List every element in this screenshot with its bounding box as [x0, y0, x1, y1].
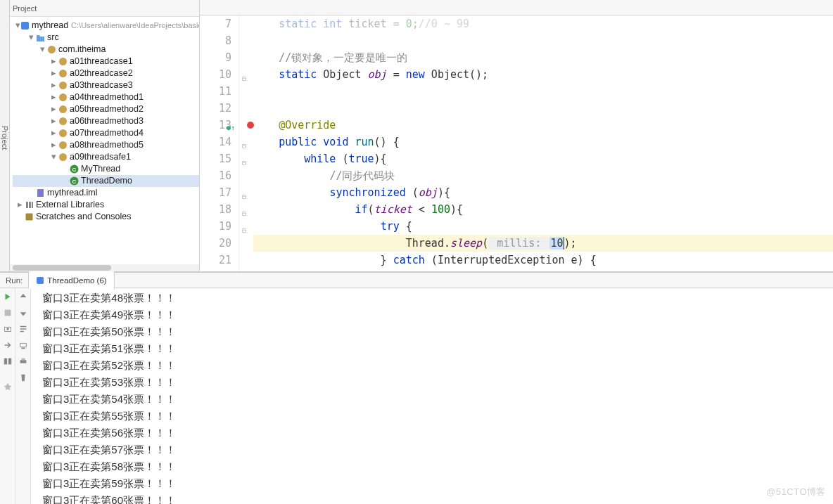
tree-label: mythread [32, 20, 68, 32]
tree-label: com.itheima [58, 44, 106, 56]
run-tools-left [0, 288, 15, 504]
tree-label: src [47, 32, 59, 44]
tree-arrow[interactable]: ▸ [49, 67, 58, 79]
tree-mythread[interactable]: ▾mythreadC:\Users\alienware\IdeaProjects… [13, 20, 199, 32]
tree-label: mythread.iml [47, 187, 98, 199]
svg-point-1 [48, 46, 56, 53]
console-output[interactable]: 窗口3正在卖第48张票！！！窗口3正在卖第49张票！！！窗口3正在卖第50张票！… [31, 288, 833, 504]
exit-button[interactable] [2, 340, 13, 351]
tree-a02threadcase2[interactable]: ▸a02threadcase2 [13, 67, 199, 79]
run-tab[interactable]: ThreadDemo (6) [28, 271, 114, 290]
run-panel: Run: ThreadDemo (6) [0, 272, 833, 504]
tree-a06threadmethod3[interactable]: ▸a06threadmethod3 [13, 115, 199, 127]
tree-arrow[interactable]: ▸ [49, 103, 58, 115]
run-header: Run: ThreadDemo (6) [0, 273, 833, 288]
project-side-tab[interactable]: Project [0, 0, 10, 271]
code-line-21[interactable]: } catch (InterruptedException e) { [253, 252, 833, 269]
tree-a04threadmethod1[interactable]: ▸a04threadmethod1 [13, 91, 199, 103]
tree-arrow[interactable]: ▸ [49, 139, 58, 151]
tree-arrow[interactable]: ▸ [49, 79, 58, 91]
up-button[interactable] [18, 291, 29, 302]
fold-toggle [239, 32, 249, 49]
tree-arrow[interactable]: ▾ [49, 151, 58, 163]
code-content[interactable]: static int ticket = 0;//0 ~ 99 //锁对象，一定要… [249, 15, 833, 271]
tree-a08threadmethod5[interactable]: ▸a08threadmethod5 [13, 139, 199, 151]
tree-external-libraries[interactable]: ▸External Libraries [13, 199, 199, 211]
code-line-20[interactable]: Thread.sleep( millis: 10); [253, 235, 833, 252]
scroll-end-button[interactable] [18, 340, 29, 351]
pkg-icon [58, 117, 68, 127]
tree-label: a02threadcase2 [70, 67, 133, 79]
print-button[interactable] [18, 356, 29, 367]
tree-arrow[interactable]: ▾ [15, 20, 20, 32]
pkg-icon [58, 153, 68, 162]
code-line-13[interactable]: @Override [253, 117, 833, 134]
project-panel: Project ▾mythreadC:\Users\alienware\Idea… [10, 0, 200, 271]
console-line: 窗口3正在卖第50张票！！！ [42, 323, 833, 340]
svg-rect-21 [8, 358, 11, 365]
svg-point-19 [6, 328, 9, 330]
tree-threaddemo[interactable]: CThreadDemo [13, 175, 199, 187]
tree-label: a04threadmethod1 [70, 91, 144, 103]
rerun-button[interactable] [2, 291, 13, 302]
code-line-19[interactable]: try { [253, 218, 833, 235]
code-line-10[interactable]: static Object obj = new Object(); [253, 66, 833, 83]
dump-button[interactable] [2, 323, 13, 335]
code-line-15[interactable]: while (true){ [253, 150, 833, 167]
soft-wrap-button[interactable] [18, 323, 29, 335]
tree-a09threadsafe1[interactable]: ▾a09threadsafe1 [13, 151, 199, 163]
fold-toggle[interactable]: ⊟ [239, 134, 249, 150]
fold-toggle[interactable]: ⊟ [239, 66, 249, 83]
klass-icon: C [69, 176, 79, 186]
code-line-12[interactable] [253, 100, 833, 117]
line-gutter[interactable]: 78910111213●↑141516171819202122 [200, 15, 239, 271]
lib-icon [24, 200, 34, 210]
console-line: 窗口3正在卖第55张票！！！ [42, 408, 833, 425]
svg-rect-23 [21, 358, 25, 361]
svg-point-3 [59, 70, 67, 77]
tree-arrow[interactable]: ▸ [49, 91, 58, 103]
tree-arrow[interactable]: ▾ [27, 32, 35, 44]
fold-column[interactable]: ⊟⊟⊟⊟⊟⊟ [239, 15, 249, 271]
tree-com-itheima[interactable]: ▾com.itheima [13, 44, 199, 56]
tree-arrow[interactable]: ▸ [49, 56, 58, 67]
layout-button[interactable] [2, 356, 13, 367]
console-line: 窗口3正在卖第53张票！！！ [42, 374, 833, 391]
code-line-22[interactable]: e.printStackTrace(); [253, 269, 833, 271]
code-line-11[interactable] [253, 83, 833, 100]
tree-a03threadcase3[interactable]: ▸a03threadcase3 [13, 79, 199, 91]
tree-arrow[interactable]: ▸ [49, 127, 58, 139]
pin-button[interactable] [2, 381, 13, 392]
tree-a05threadmethod2[interactable]: ▸a05threadmethod2 [13, 103, 199, 115]
clear-button[interactable] [18, 372, 29, 383]
tree-scratches-and-consoles[interactable]: Scratches and Consoles [13, 211, 199, 223]
project-tree[interactable]: ▾mythreadC:\Users\alienware\IdeaProjects… [10, 17, 199, 223]
pkg-icon [58, 105, 68, 115]
editor-tabs[interactable]: x [200, 0, 833, 15]
run-tools-right [15, 288, 31, 504]
svg-rect-16 [37, 277, 44, 284]
tree-arrow[interactable]: ▸ [15, 199, 24, 211]
code-line-14[interactable]: public void run() { [253, 134, 833, 150]
tree-mythread-iml[interactable]: mythread.iml [13, 187, 199, 199]
tree-src[interactable]: ▾src [13, 32, 199, 44]
tree-mythread[interactable]: CMyThread [13, 163, 199, 175]
pkg-icon [58, 57, 68, 67]
tree-label: a07threadmethod4 [70, 127, 144, 139]
fold-toggle[interactable]: ⊟ [239, 184, 249, 201]
project-hscrollbar[interactable] [10, 264, 199, 271]
code-line-16[interactable]: //同步代码块 [253, 167, 833, 184]
code-line-18[interactable]: if(ticket < 100){ [253, 201, 833, 218]
code-line-9[interactable]: //锁对象，一定要是唯一的 [253, 49, 833, 66]
tree-a01threadcase1[interactable]: ▸a01threadcase1 [13, 56, 199, 67]
code-line-17[interactable]: synchronized (obj){ [253, 184, 833, 201]
code-line-7[interactable]: static int ticket = 0;//0 ~ 99 [253, 15, 833, 32]
stop-button[interactable] [2, 307, 13, 318]
code-line-8[interactable] [253, 32, 833, 49]
tree-label: External Libraries [36, 199, 104, 211]
tree-arrow[interactable]: ▸ [49, 115, 58, 127]
tree-arrow[interactable]: ▾ [38, 44, 46, 56]
run-label: Run: [0, 273, 28, 288]
tree-a07threadmethod4[interactable]: ▸a07threadmethod4 [13, 127, 199, 139]
down-button[interactable] [18, 307, 29, 318]
